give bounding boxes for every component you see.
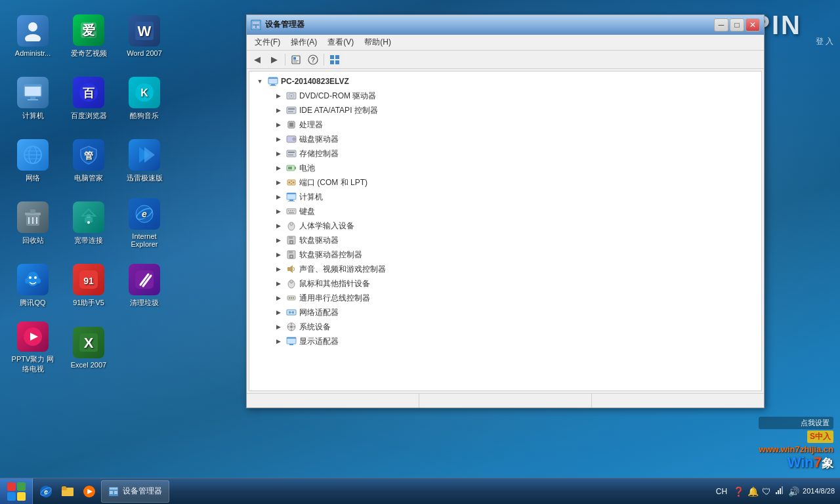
tree-expand-sound[interactable]: ▶ xyxy=(273,264,284,274)
menu-action[interactable]: 操作(A) xyxy=(285,35,322,49)
start-button[interactable] xyxy=(0,478,33,505)
properties-button[interactable] xyxy=(288,52,304,67)
dm-content: ▼ PC-20140823ELVZ ▶ DVD/CD-ROM 驱动器 ▶ xyxy=(247,69,764,393)
win-logo-green xyxy=(17,482,26,491)
desktop-icon-guanjia[interactable]: 管 电脑管家 xyxy=(62,131,115,190)
tree-node-floppy-ctrl[interactable]: ▶ 软盘驱动器控制器 xyxy=(249,247,761,262)
tree-expand-storage[interactable]: ▶ xyxy=(273,148,284,159)
svg-rect-94 xyxy=(288,167,292,169)
tree-expand-serial[interactable]: ▶ xyxy=(273,293,284,303)
desktop-icon-91[interactable]: 91 91助手V5 xyxy=(62,256,115,315)
taskbar-media-icon[interactable] xyxy=(79,482,99,501)
tree-node-dvd[interactable]: ▶ DVD/CD-ROM 驱动器 xyxy=(249,89,761,103)
tree-node-processor[interactable]: ▶ 处理器 xyxy=(249,117,761,132)
tree-node-ide[interactable]: ▶ IDE ATA/ATAPI 控制器 xyxy=(249,103,761,117)
tree-expand-port[interactable]: ▶ xyxy=(273,177,284,188)
tree-expand-ide[interactable]: ▶ xyxy=(273,105,284,116)
desktop-icon-qq[interactable]: 腾讯QQ xyxy=(7,256,59,315)
svg-rect-101 xyxy=(287,193,296,194)
tree-expand-computer[interactable]: ▶ xyxy=(273,192,284,202)
dm-titlebar[interactable]: 设备管理器 ─ □ ✕ xyxy=(247,15,764,35)
tree-expand-floppy[interactable]: ▶ xyxy=(273,235,284,245)
desktop-icon-recycle[interactable]: 回收站 xyxy=(7,194,59,253)
tree-node-port[interactable]: ▶ 端口 (COM 和 LPT) xyxy=(249,175,761,190)
taskbar-device-manager[interactable]: 设备管理器 xyxy=(101,480,169,503)
tree-node-battery[interactable]: ▶ 电池 xyxy=(249,161,761,175)
menu-view[interactable]: 查看(V) xyxy=(322,35,359,49)
svg-rect-61 xyxy=(335,60,339,64)
menu-file[interactable]: 文件(F) xyxy=(249,35,285,49)
guanjia-icon: 管 xyxy=(73,139,104,171)
view-button[interactable] xyxy=(327,52,343,67)
desktop-icon-admin[interactable]: Administr... xyxy=(7,7,59,66)
tree-expand-processor[interactable]: ▶ xyxy=(273,119,284,130)
desktop-icon-excel[interactable]: X Excel 2007 xyxy=(62,318,115,377)
desktop-icon-computer[interactable]: 计算机 xyxy=(7,69,59,128)
tree-node-serial[interactable]: ▶ 通用串行总线控制器 xyxy=(249,291,761,305)
desktop-icon-pptv[interactable]: PPTV聚力 网络电视 xyxy=(7,318,59,377)
excel-label: Excel 2007 xyxy=(71,361,106,369)
tree-expand-floppy-ctrl[interactable]: ▶ xyxy=(273,249,284,260)
tree-expand-disk[interactable]: ▶ xyxy=(273,134,284,144)
tree-node-keyboard[interactable]: ▶ 键盘 xyxy=(249,204,761,219)
maximize-button[interactable]: □ xyxy=(730,18,744,32)
tree-node-network[interactable]: ▶ 网络适配器 xyxy=(249,305,761,320)
tree-expand-battery[interactable]: ▶ xyxy=(273,163,284,173)
tree-node-hid[interactable]: ▶ 人体学输入设备 xyxy=(249,219,761,233)
ie-label: Internet Explorer xyxy=(121,232,167,248)
menu-help[interactable]: 帮助(H) xyxy=(359,35,396,49)
svg-rect-9 xyxy=(28,99,38,100)
desktop-icon-kugou[interactable]: K 酷狗音乐 xyxy=(118,69,171,128)
minimize-button[interactable]: ─ xyxy=(714,18,728,32)
dm-tree[interactable]: ▼ PC-20140823ELVZ ▶ DVD/CD-ROM 驱动器 ▶ xyxy=(249,71,762,391)
desktop-icon-iqiyi[interactable]: 爱 爱奇艺视频 xyxy=(62,7,115,66)
tray-sound-icon[interactable]: 🔊 xyxy=(788,486,799,497)
desktop-icon-network[interactable]: 网络 xyxy=(7,131,59,190)
svg-rect-58 xyxy=(330,55,334,59)
admin-label: Administr... xyxy=(15,49,51,57)
close-button[interactable]: ✕ xyxy=(746,18,760,32)
tree-expand-dvd[interactable]: ▶ xyxy=(273,91,284,101)
desktop-icon-xunlei[interactable]: 迅雷极速版 xyxy=(118,131,171,190)
tree-node-display[interactable]: ▶ 显示适配器 xyxy=(249,334,761,348)
tree-expand-system[interactable]: ▶ xyxy=(273,322,284,332)
tree-expand-hid[interactable]: ▶ xyxy=(273,220,284,231)
tree-node-root[interactable]: ▼ PC-20140823ELVZ xyxy=(249,74,761,89)
taskbar-explorer-icon[interactable] xyxy=(58,482,77,501)
desktop-icon-ie[interactable]: e Internet Explorer xyxy=(118,194,171,253)
win-logo-red xyxy=(7,482,16,491)
taskbar-ie-icon[interactable]: e xyxy=(36,482,56,501)
tree-node-storage[interactable]: ▶ 存储控制器 xyxy=(249,146,761,161)
tree-node-system[interactable]: ▶ 系统设备 xyxy=(249,320,761,334)
desktop-icon-broadband[interactable]: 宽带连接 xyxy=(62,194,115,253)
tree-node-floppy[interactable]: ▶ 软盘驱动器 xyxy=(249,233,761,247)
tree-expand-display[interactable]: ▶ xyxy=(273,336,284,346)
disk-icon xyxy=(285,134,297,144)
help-button[interactable]: ? xyxy=(305,52,321,67)
tray-help-icon[interactable]: ❓ xyxy=(733,486,744,497)
tray-flag-icon[interactable]: 🔔 xyxy=(747,486,759,497)
forward-button[interactable]: ▶ xyxy=(266,52,282,67)
back-button[interactable]: ◀ xyxy=(249,52,265,67)
svg-rect-111 xyxy=(290,222,293,225)
toolbar-sep-1 xyxy=(285,54,285,66)
dm-window-controls: ─ □ ✕ xyxy=(714,18,760,32)
tree-node-mouse[interactable]: ▶ 鼠标和其他指针设备 xyxy=(249,276,761,291)
tree-expand-network[interactable]: ▶ xyxy=(273,307,284,318)
tree-expand-keyboard[interactable]: ▶ xyxy=(273,206,284,217)
network-tree-label: 网络适配器 xyxy=(299,307,339,318)
tree-node-computer[interactable]: ▶ 计算机 xyxy=(249,190,761,204)
desktop-icon-clean[interactable]: 清理垃圾 xyxy=(118,256,171,315)
tray-shield-icon[interactable]: 🛡 xyxy=(762,486,771,497)
watermark-badge: S中入 xyxy=(807,430,833,443)
desktop-icon-baidu[interactable]: 百 百度浏览器 xyxy=(62,69,115,128)
tray-network-icon[interactable] xyxy=(774,485,785,497)
desktop-icon-word[interactable]: W Word 2007 xyxy=(118,7,171,66)
network-label: 网络 xyxy=(26,173,40,183)
tree-expand-root[interactable]: ▼ xyxy=(255,76,265,87)
svg-point-37 xyxy=(34,276,37,279)
tree-node-sound[interactable]: ▶ 声音、视频和游戏控制器 xyxy=(249,262,761,276)
tree-node-disk[interactable]: ▶ 磁盘驱动器 xyxy=(249,132,761,146)
tree-expand-mouse[interactable]: ▶ xyxy=(273,278,284,289)
mouse-label: 鼠标和其他指针设备 xyxy=(299,278,370,289)
